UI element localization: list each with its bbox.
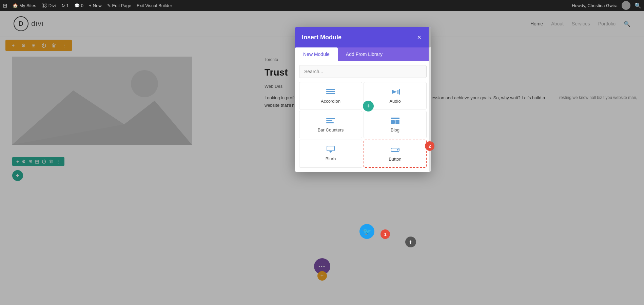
divi-label: Divi (48, 3, 56, 8)
new-label: New (93, 3, 102, 8)
insert-module-modal: Insert Module × New Module Add From Libr… (295, 27, 431, 172)
accordion-icon (326, 88, 336, 96)
bar-counters-icon (326, 117, 336, 125)
pencil-icon: ✎ (107, 3, 111, 8)
tab-new-module[interactable]: New Module (295, 47, 338, 61)
modal-title: Insert Module (302, 34, 341, 41)
svg-rect-9 (399, 89, 400, 95)
exit-vb-label: Exit Visual Builder (137, 3, 172, 8)
my-sites-label: My Sites (19, 3, 36, 8)
module-button[interactable]: Button (364, 140, 427, 168)
admin-bar-right: Howdy, Christina Gwira 🔍 (572, 1, 641, 10)
audio-label: Audio (389, 99, 401, 104)
search-icon[interactable]: 🔍 (635, 2, 641, 9)
wp-logo-icon: ⊞ (3, 2, 7, 9)
blurb-icon (326, 145, 336, 154)
svg-rect-17 (327, 146, 334, 151)
svg-rect-15 (395, 120, 399, 122)
new-item[interactable]: + New (89, 3, 102, 8)
svg-rect-8 (397, 90, 398, 94)
updates-item[interactable]: ↻ 1 (61, 3, 69, 8)
modal-header: Insert Module × (295, 27, 431, 47)
module-accordion[interactable]: Accordion (299, 82, 362, 109)
blog-label: Blog (391, 127, 399, 133)
new-plus-icon: + (89, 3, 92, 8)
page-wrapper: D divi Home About Services Portfolio 🔍 +… (0, 11, 644, 305)
bar-counters-label: Bar Counters (318, 127, 344, 133)
module-bar-counters[interactable]: Bar Counters (299, 111, 362, 138)
divi-item[interactable]: D Divi (42, 3, 56, 8)
button-label: Button (389, 157, 402, 162)
svg-rect-16 (395, 122, 399, 124)
admin-bar: ⊞ 🏠 My Sites D Divi ↻ 1 💬 0 + New ✎ Edit… (0, 0, 644, 11)
svg-rect-13 (391, 118, 399, 119)
badge-2: 2 (425, 141, 434, 151)
comments-icon: 💬 (74, 3, 80, 8)
button-icon (390, 146, 400, 154)
comments-count: 0 (81, 3, 83, 8)
divi-icon: D (42, 3, 47, 8)
blurb-label: Blurb (326, 156, 336, 161)
modules-grid: Accordion Audio (299, 82, 427, 168)
twitter-bird: 🐦 (359, 224, 374, 239)
svg-rect-11 (326, 120, 332, 121)
wp-icon-item[interactable]: ⊞ (3, 2, 7, 9)
svg-marker-7 (392, 90, 397, 94)
dark-add-btn-1[interactable]: + (405, 237, 416, 247)
modal-scrollbar-thumb (429, 27, 431, 47)
updates-icon: ↻ (61, 3, 65, 8)
svg-rect-4 (326, 89, 335, 90)
badge-1: 1 (380, 229, 390, 239)
module-blog[interactable]: Blog (364, 111, 427, 138)
tab-add-from-library[interactable]: Add From Library (338, 47, 391, 61)
twitter-icon: 🐦 (363, 227, 371, 236)
audio-icon (390, 88, 400, 96)
teal-plus-icon: + (367, 103, 370, 110)
svg-rect-14 (391, 120, 395, 124)
exit-vb-item[interactable]: Exit Visual Builder (137, 3, 172, 8)
svg-rect-6 (326, 93, 335, 94)
svg-rect-5 (326, 91, 335, 92)
modal-tabs: New Module Add From Library (295, 47, 431, 61)
edit-page-item[interactable]: ✎ Edit Page (107, 3, 131, 8)
user-greeting: Howdy, Christina Gwira (572, 3, 618, 8)
teal-add-section-btn[interactable]: + (363, 101, 374, 111)
module-blurb[interactable]: Blurb (299, 140, 362, 168)
my-sites-item[interactable]: 🏠 My Sites (13, 3, 36, 8)
accordion-label: Accordion (321, 99, 340, 104)
modal-close-btn[interactable]: × (414, 33, 424, 42)
modal-body: Accordion Audio (295, 61, 431, 172)
svg-rect-10 (326, 118, 335, 119)
dark-plus-icon-1: + (409, 239, 413, 246)
comments-item[interactable]: 💬 0 (74, 3, 83, 8)
home-icon: 🏠 (13, 3, 18, 8)
blog-icon (390, 117, 400, 125)
svg-rect-12 (326, 122, 334, 123)
edit-page-label: Edit Page (112, 3, 131, 8)
module-search-input[interactable] (299, 65, 427, 78)
avatar (622, 1, 630, 10)
updates-count: 1 (66, 3, 69, 8)
